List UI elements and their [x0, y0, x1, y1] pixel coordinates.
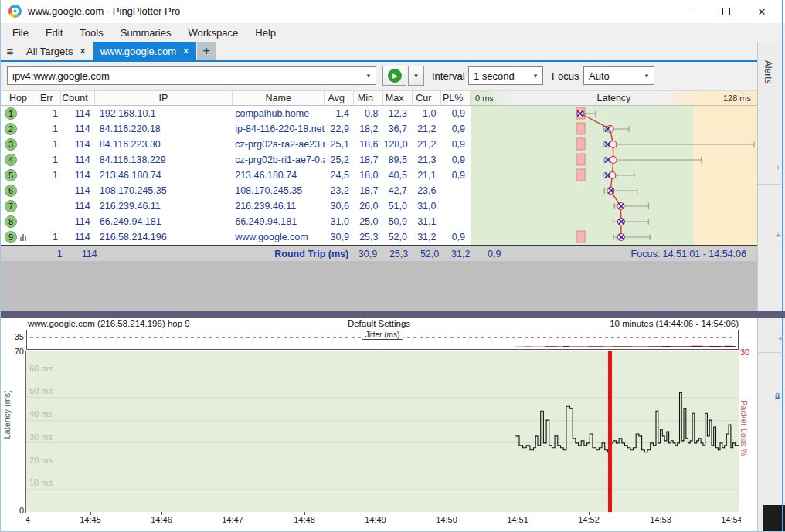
- table-header-row: Hop Err Count IP Name Avg Min Max Cur PL…: [1, 90, 757, 106]
- time-label: 14:48: [291, 515, 318, 524]
- menu-tools[interactable]: Tools: [71, 25, 111, 41]
- play-icon: ▶: [388, 69, 402, 83]
- time-label: 14:52: [575, 515, 603, 524]
- packet-loss-axis-label: Packet Loss %: [739, 400, 749, 456]
- cell-max: 42,7: [383, 185, 413, 196]
- cell-name: cz-prg02a-ra2-ae23.net.up: [233, 139, 325, 150]
- cell-max: 50,9: [383, 216, 413, 227]
- cell-pl: 0,9: [442, 124, 471, 134]
- target-toolbar: ▾ ▶ ▾ Interval 1 second ▾ Focus Auto ▾ 1…: [1, 62, 757, 90]
- timeline-range-label[interactable]: 10 minutes (14:44:06 - 14:54:06): [610, 319, 739, 328]
- col-header-pl[interactable]: PL%: [441, 91, 471, 105]
- col-header-name[interactable]: Name: [233, 91, 325, 105]
- summary-count: 114: [66, 249, 102, 259]
- gridline-label: 30 ms: [29, 432, 53, 442]
- cell-count: 114: [61, 124, 95, 134]
- cell-avg: 23,2: [325, 185, 355, 196]
- cell-avg: 30,6: [325, 201, 355, 212]
- hop-number-badge: 2: [5, 123, 17, 135]
- cell-cur: 21,3: [413, 154, 442, 165]
- menu-help[interactable]: Help: [246, 25, 284, 41]
- close-tab-icon[interactable]: ✕: [79, 46, 86, 56]
- latency-scale-max: 128 ms: [703, 93, 757, 103]
- col-header-ip[interactable]: IP: [95, 91, 233, 105]
- col-header-max[interactable]: Max: [383, 91, 413, 105]
- gridline-label: 60 ms: [29, 364, 53, 373]
- tab-all-targets[interactable]: All Targets ✕: [19, 42, 93, 60]
- maximize-button[interactable]: [709, 0, 744, 23]
- time-label: 14:51: [504, 515, 532, 524]
- cell-name: 66.249.94.181: [233, 216, 325, 227]
- cell-ip: 84.116.220.18: [95, 124, 233, 134]
- cell-min: 18,7: [355, 185, 384, 196]
- maximize-icon: [722, 8, 730, 15]
- col-header-avg[interactable]: Avg: [325, 91, 354, 105]
- target-input[interactable]: [8, 70, 362, 82]
- cell-max: 128,0: [383, 139, 413, 150]
- menu-edit[interactable]: Edit: [37, 25, 71, 41]
- cell-name: cz-prg02b-ri1-ae7-0.aorta.: [233, 154, 325, 165]
- latency-scale-min: 0 ms: [471, 93, 525, 103]
- collapsed-panel-text[interactable]: a: [775, 390, 780, 399]
- alerts-side-tab[interactable]: Alerts: [761, 57, 775, 87]
- tab-list-menu-icon[interactable]: ≡: [1, 42, 19, 60]
- cell-avg: 1,4: [325, 108, 355, 119]
- cell-max: 52,0: [383, 232, 413, 242]
- cell-ip: 66.249.94.181: [95, 216, 233, 227]
- hop-number-badge: 3: [5, 138, 17, 151]
- minimize-button[interactable]: [673, 0, 709, 23]
- target-address-combo[interactable]: ▾: [7, 66, 376, 85]
- focus-time-cursor[interactable]: [608, 351, 612, 512]
- cell-avg: 22,9: [325, 124, 355, 134]
- focus-select[interactable]: Auto ▾: [583, 66, 654, 85]
- col-header-err[interactable]: Err: [36, 91, 61, 105]
- menu-workspace[interactable]: Workspace: [179, 25, 246, 41]
- cell-max: 36,7: [383, 124, 413, 134]
- col-header-min[interactable]: Min: [354, 91, 383, 105]
- latency-timeline-chart[interactable]: 60 ms50 ms40 ms30 ms20 ms10 ms: [26, 351, 739, 512]
- cell-pl: 0,9: [442, 139, 471, 150]
- cell-ip: 108.170.245.35: [95, 185, 233, 196]
- gridline-label: 10 ms: [29, 478, 53, 487]
- col-header-hop[interactable]: Hop: [1, 91, 36, 105]
- cell-ip: 84.116.138.229: [95, 154, 233, 165]
- cell-count: 114: [61, 185, 95, 196]
- cell-min: 18,7: [355, 154, 384, 165]
- cell-err: 1: [37, 232, 61, 242]
- menu-file[interactable]: File: [4, 25, 37, 41]
- col-header-latency-graph: 0 ms Latency 128 ms: [471, 91, 757, 105]
- cell-min: 18,6: [355, 139, 384, 150]
- cell-name: 216.239.46.11: [233, 201, 325, 212]
- expand-panel-icon[interactable]: +: [776, 163, 780, 172]
- close-button[interactable]: ✕: [744, 0, 780, 23]
- cell-avg: 25,1: [325, 139, 355, 150]
- col-header-cur[interactable]: Cur: [413, 91, 442, 105]
- cell-max: 89,5: [383, 154, 413, 165]
- interval-select[interactable]: 1 second ▾: [468, 66, 543, 85]
- expand-panel-icon[interactable]: +: [776, 230, 780, 239]
- time-label: 14:54: [718, 515, 741, 524]
- latency-scale-title: Latency: [525, 93, 703, 103]
- chevron-down-icon[interactable]: ▾: [362, 72, 376, 80]
- minimize-icon: [687, 12, 695, 12]
- new-tab-button[interactable]: +: [197, 42, 216, 60]
- splitter-bar[interactable]: [1, 311, 785, 318]
- tab-www-google-com[interactable]: www.google.com ✕: [93, 42, 197, 60]
- window-title: www.google.com - PingPlotter Pro: [28, 5, 180, 17]
- cell-cur: 21,1: [413, 170, 442, 181]
- round-trip-row[interactable]: 1 114 Round Trip (ms) 30,9 25,3 52,0 31,…: [1, 245, 757, 261]
- hop-latency-graph: [575, 106, 757, 246]
- cell-pl: 0,9: [442, 108, 471, 119]
- close-tab-icon[interactable]: ✕: [182, 46, 189, 56]
- interval-label: Interval: [432, 70, 465, 82]
- start-trace-button[interactable]: ▶: [382, 66, 406, 86]
- cell-ip: 216.239.46.11: [95, 201, 233, 212]
- hop-number-badge: 8: [5, 215, 17, 228]
- col-header-count[interactable]: Count: [61, 91, 95, 105]
- interval-value: 1 second: [469, 70, 528, 82]
- trace-options-dropdown[interactable]: ▾: [408, 66, 424, 86]
- summary-max: 52,0: [413, 249, 444, 259]
- cell-err: 1: [37, 154, 61, 165]
- menu-summaries[interactable]: Summaries: [112, 25, 180, 41]
- hop-number-badge: 9: [5, 231, 17, 243]
